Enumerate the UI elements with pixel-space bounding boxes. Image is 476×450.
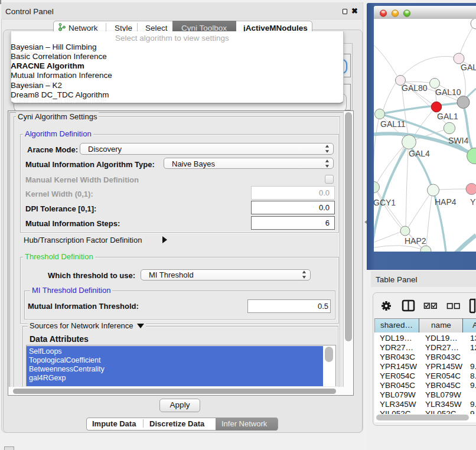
svg-text:GAL80: GAL80 (402, 83, 428, 93)
svg-text:GAL: GAL (461, 63, 476, 72)
svg-text:GAL11: GAL11 (380, 119, 406, 129)
svg-text:HAP2: HAP2 (405, 236, 426, 246)
svg-text:GAL1: GAL1 (437, 112, 458, 121)
svg-text:HAP4: HAP4 (435, 197, 457, 207)
svg-text:Y: Y (470, 197, 476, 207)
svg-text:GCY1: GCY1 (374, 198, 396, 207)
svg-text:GAL4: GAL4 (409, 149, 430, 158)
svg-text:SWI4: SWI4 (448, 136, 468, 145)
svg-text:GAL10: GAL10 (435, 87, 461, 97)
